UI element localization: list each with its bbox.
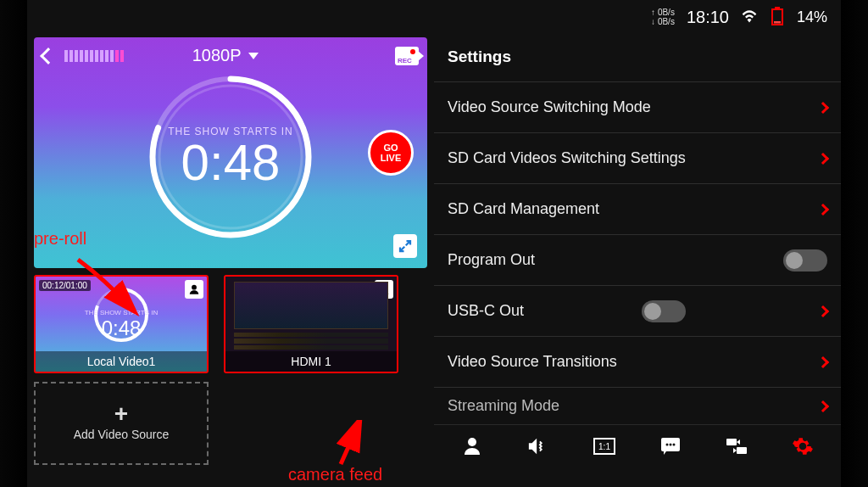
add-source-label: Add Video Source bbox=[74, 428, 170, 441]
settings-row-usbc-out[interactable]: USB-C Out bbox=[434, 285, 841, 336]
battery-percent: 14% bbox=[797, 8, 827, 26]
chevron-right-icon bbox=[817, 355, 829, 367]
countdown-time: 0:48 bbox=[168, 137, 293, 188]
svg-rect-2 bbox=[774, 21, 781, 24]
nav-ratio-icon[interactable]: 1:1 bbox=[593, 434, 616, 458]
chevron-right-icon bbox=[817, 400, 829, 411]
settings-row-sd-card-switching[interactable]: SD Card Videos Switching Settings bbox=[434, 132, 841, 183]
chevron-right-icon bbox=[817, 101, 829, 113]
settings-title: Settings bbox=[434, 34, 841, 81]
settings-row-label: SD Card Videos Switching Settings bbox=[448, 149, 686, 167]
annotation-preroll-arrow bbox=[70, 253, 146, 321]
bottom-nav: 1:1 bbox=[434, 424, 841, 467]
nav-audio-icon[interactable] bbox=[526, 434, 550, 458]
go-live-line2: LIVE bbox=[381, 153, 401, 163]
settings-row-label: Program Out bbox=[448, 251, 535, 269]
svg-point-10 bbox=[468, 438, 476, 446]
settings-row-video-source-switching[interactable]: Video Source Switching Mode bbox=[434, 81, 841, 132]
annotation-preroll: pre-roll bbox=[34, 229, 86, 249]
nav-person-icon[interactable] bbox=[460, 434, 484, 458]
nav-chat-icon[interactable] bbox=[659, 434, 682, 458]
settings-row-streaming-mode[interactable]: Streaming Mode bbox=[434, 387, 841, 424]
audio-meter bbox=[64, 50, 124, 62]
clock: 18:10 bbox=[687, 8, 729, 27]
source-hdmi1[interactable]: HDMI 1 bbox=[224, 275, 398, 373]
svg-point-14 bbox=[666, 443, 669, 445]
program-preview[interactable]: 1080P REC THE SHOW STARTS IN 0:48 bbox=[34, 37, 427, 268]
network-rates: ↑ 0B/s ↓ 0B/s bbox=[651, 8, 675, 26]
toggle-switch[interactable] bbox=[642, 300, 686, 322]
battery-icon bbox=[770, 7, 785, 28]
annotation-camera-arrow bbox=[307, 420, 375, 471]
chevron-right-icon bbox=[817, 203, 829, 215]
thumb-label: Local Video1 bbox=[36, 351, 207, 372]
app-frame: ↑ 0B/s ↓ 0B/s 18:10 14% pre-roll bbox=[27, 0, 841, 487]
rec-label: REC bbox=[398, 57, 412, 64]
toggle-switch[interactable] bbox=[783, 249, 827, 271]
wifi-icon bbox=[741, 9, 758, 25]
settings-row-label: Video Source Transitions bbox=[448, 353, 617, 371]
settings-row-label: Video Source Switching Mode bbox=[448, 98, 651, 116]
settings-row-label: Streaming Mode bbox=[448, 397, 559, 415]
chevron-right-icon bbox=[817, 152, 829, 164]
settings-row-label: USB-C Out bbox=[448, 302, 524, 320]
svg-point-6 bbox=[192, 285, 197, 290]
add-video-source-button[interactable]: + Add Video Source bbox=[34, 382, 209, 465]
svg-point-15 bbox=[670, 443, 672, 445]
left-panel: pre-roll 1080P REC bbox=[27, 34, 434, 487]
nav-settings-icon[interactable] bbox=[791, 434, 815, 458]
go-live-button[interactable]: GO LIVE bbox=[368, 130, 414, 176]
back-icon[interactable] bbox=[40, 48, 57, 64]
settings-row-label: SD Card Management bbox=[448, 200, 599, 218]
svg-point-16 bbox=[673, 443, 676, 445]
settings-panel: Settings Video Source Switching Mode SD … bbox=[434, 34, 841, 487]
status-bar: ↑ 0B/s ↓ 0B/s 18:10 14% bbox=[27, 0, 841, 34]
settings-row-program-out[interactable]: Program Out bbox=[434, 234, 841, 285]
svg-text:1:1: 1:1 bbox=[598, 442, 610, 451]
record-button[interactable]: REC bbox=[395, 47, 419, 65]
nav-switch-icon[interactable] bbox=[725, 434, 748, 458]
settings-row-transitions[interactable]: Video Source Transitions bbox=[434, 336, 841, 387]
svg-rect-18 bbox=[737, 447, 747, 454]
chevron-right-icon bbox=[817, 305, 829, 316]
settings-row-sd-card-management[interactable]: SD Card Management bbox=[434, 183, 841, 234]
resolution-label: 1080P bbox=[192, 46, 242, 65]
resolution-selector[interactable]: 1080P bbox=[192, 46, 259, 65]
svg-rect-17 bbox=[726, 439, 737, 445]
download-rate: ↓ 0B/s bbox=[651, 17, 675, 26]
plus-icon: + bbox=[114, 406, 128, 423]
chevron-down-icon bbox=[248, 53, 259, 59]
fullscreen-icon[interactable] bbox=[393, 234, 417, 258]
go-live-line1: GO bbox=[383, 143, 398, 153]
thumb-label: HDMI 1 bbox=[225, 351, 397, 372]
upload-rate: ↑ 0B/s bbox=[651, 8, 675, 17]
